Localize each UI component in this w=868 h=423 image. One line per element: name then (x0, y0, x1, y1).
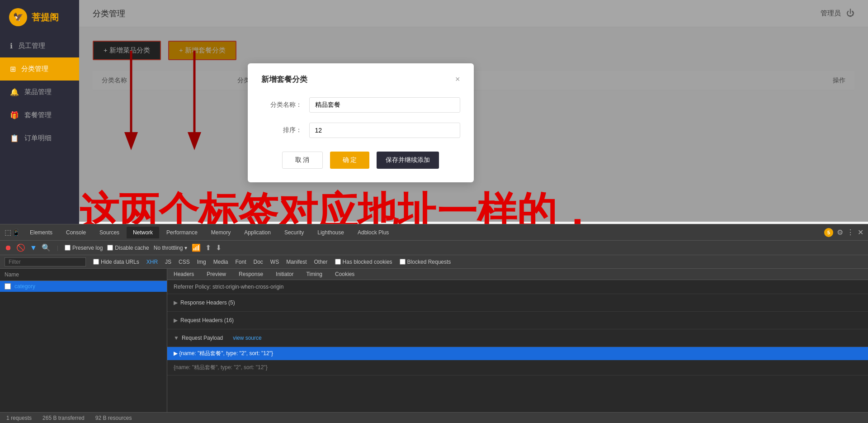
sidebar-item-order[interactable]: 📋 订单明细 (0, 127, 79, 150)
record-button[interactable]: ⏺ (5, 244, 12, 252)
blocked-cookies-checkbox[interactable] (335, 259, 341, 265)
tab-performance[interactable]: Performance (160, 227, 204, 238)
css-filter[interactable]: CSS (179, 259, 190, 265)
preserve-log-checkbox[interactable] (65, 245, 71, 251)
sidebar-item-dish[interactable]: 🔔 菜品管理 (0, 81, 79, 104)
devtools-inspect-icon[interactable]: ⬚ (5, 228, 11, 237)
payload-text: ▶ {name: "精品套餐", type: "2", sort: "12"} (174, 350, 273, 356)
sidebar-item-staff[interactable]: ℹ 员工管理 (0, 34, 79, 57)
timing-tab[interactable]: Timing (300, 269, 329, 280)
response-headers-arrow: ▶ (174, 299, 178, 306)
request-payload-toggle[interactable]: ▼ Request Payload view source (174, 333, 862, 343)
xhr-filter[interactable]: XHR (146, 259, 158, 265)
tab-console[interactable]: Console (60, 227, 92, 238)
network-item-category[interactable]: category (0, 281, 167, 292)
save-continue-button[interactable]: 保存并继续添加 (377, 152, 439, 169)
payload-arrow: ▼ (174, 335, 179, 341)
preview-tab[interactable]: Preview (200, 269, 232, 280)
devtools-close-icon[interactable]: ✕ (858, 228, 863, 237)
item-checkbox[interactable] (5, 283, 11, 290)
name-label: 分类名称： (261, 101, 302, 109)
preserve-log-text: Preserve log (72, 245, 103, 251)
blocked-requests-checkbox[interactable] (400, 259, 406, 265)
disable-cache-label[interactable]: Disable cache (107, 245, 149, 251)
disable-cache-text: Disable cache (115, 245, 149, 251)
devtools-filter-row: Hide data URLs XHR JS CSS Img Media Font… (0, 255, 868, 269)
other-filter[interactable]: Other (314, 259, 328, 265)
devtools-settings-icon[interactable]: ⚙ (837, 228, 843, 237)
form-row-name: 分类名称： (261, 97, 460, 113)
sort-label: 排序： (261, 126, 302, 134)
font-filter[interactable]: Font (235, 259, 246, 265)
search-button[interactable]: 🔍 (42, 243, 51, 252)
throttling-select[interactable]: No throttling ▾ (154, 245, 188, 251)
download-icon[interactable]: ⬇ (216, 243, 222, 252)
form-row-sort: 排序： (261, 123, 460, 138)
sort-input[interactable] (309, 123, 460, 138)
name-input[interactable] (309, 97, 460, 113)
upload-icon[interactable]: ⬆ (205, 243, 211, 252)
ws-filter[interactable]: WS (270, 259, 279, 265)
hide-data-urls-label[interactable]: Hide data URLs (93, 259, 139, 265)
preserve-log-label[interactable]: Preserve log (65, 245, 103, 251)
filter-input[interactable] (5, 257, 86, 266)
request-headers-arrow: ▶ (174, 317, 178, 323)
request-headers-label: Request Headers (16) (180, 317, 234, 323)
sidebar-item-combo[interactable]: 🎁 套餐管理 (0, 104, 79, 127)
modal-header: 新增套餐分类 × (261, 74, 460, 85)
devtools-right-icons: 5 ⚙ ⋮ ✕ (824, 228, 863, 237)
cancel-button[interactable]: 取 消 (282, 152, 323, 169)
media-filter[interactable]: Media (213, 259, 228, 265)
devtools-more-icon[interactable]: ⋮ (847, 228, 854, 237)
initiator-tab[interactable]: Initiator (269, 269, 300, 280)
modal-overlay (79, 0, 868, 222)
blocked-requests-label[interactable]: Blocked Requests (400, 259, 451, 265)
tab-lighthouse[interactable]: Lighthouse (311, 227, 350, 238)
confirm-button[interactable]: 确 定 (330, 152, 370, 169)
referrer-text: Referrer Policy: strict-origin-when-cros… (174, 284, 283, 290)
view-source-link[interactable]: view source (233, 335, 261, 341)
js-filter[interactable]: JS (165, 259, 171, 265)
headers-tab[interactable]: Headers (167, 269, 200, 280)
dish-icon: 🔔 (10, 88, 19, 96)
tab-sources[interactable]: Sources (93, 227, 126, 238)
devtools-statusbar: 1 requests 265 B transferred 92 B resour… (0, 412, 868, 423)
hide-data-urls-checkbox[interactable] (93, 259, 99, 265)
request-headers-toggle[interactable]: ▶ Request Headers (16) (174, 315, 862, 325)
tab-memory[interactable]: Memory (205, 227, 237, 238)
devtools-device-icon[interactable]: 📱 (12, 229, 20, 236)
tab-network[interactable]: Network (127, 227, 159, 238)
throttling-text: No throttling (154, 245, 183, 251)
sidebar-item-category[interactable]: ⊞ 分类管理 (0, 57, 79, 81)
doc-filter[interactable]: Doc (253, 259, 263, 265)
clear-button[interactable]: 🚫 (16, 243, 25, 252)
payload-detail-text: {name: "精品套餐", type: "2", sort: "12"} (174, 364, 268, 371)
tab-application[interactable]: Application (238, 227, 277, 238)
response-tab[interactable]: Response (232, 269, 269, 280)
logo-icon: 🦅 (9, 8, 27, 26)
devtools-left-panel: Name category (0, 269, 167, 423)
response-headers-label: Response Headers (5) (180, 299, 235, 306)
referrer-policy-row: Referrer Policy: strict-origin-when-cros… (167, 280, 868, 294)
response-headers-toggle[interactable]: ▶ Response Headers (5) (174, 298, 862, 308)
sidebar-item-label: 套餐管理 (24, 111, 52, 119)
modal-dialog: 新增套餐分类 × 分类名称： 排序： 取 消 确 定 保存并继续添加 (248, 63, 474, 182)
manifest-filter[interactable]: Manifest (286, 259, 307, 265)
modal-close-button[interactable]: × (455, 75, 460, 84)
payload-detail-row: {name: "精品套餐", type: "2", sort: "12"} (167, 360, 868, 375)
divider: | (57, 245, 58, 251)
devtools-badge: 5 (824, 228, 833, 237)
item-name: category (14, 283, 35, 290)
tab-adblock[interactable]: Adblock Plus (351, 227, 395, 238)
modal-footer: 取 消 确 定 保存并继续添加 (261, 152, 460, 169)
img-filter[interactable]: Img (197, 259, 206, 265)
tab-security[interactable]: Security (278, 227, 310, 238)
payload-row[interactable]: ▶ {name: "精品套餐", type: "2", sort: "12"} (167, 347, 868, 360)
throttling-arrow: ▾ (184, 245, 187, 251)
wifi-icon[interactable]: 📶 (192, 243, 201, 252)
cookies-tab[interactable]: Cookies (329, 269, 361, 280)
tab-elements[interactable]: Elements (24, 227, 59, 238)
filter-button[interactable]: ▼ (30, 244, 37, 252)
disable-cache-checkbox[interactable] (107, 245, 113, 251)
blocked-cookies-label[interactable]: Has blocked cookies (335, 259, 392, 265)
